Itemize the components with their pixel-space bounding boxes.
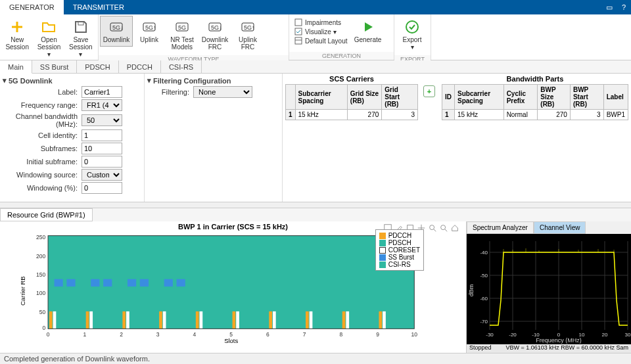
svg-text:-40: -40 xyxy=(480,250,488,256)
svg-text:30: 30 xyxy=(625,332,631,338)
svg-text:250: 250 xyxy=(36,234,45,240)
svg-text:-60: -60 xyxy=(480,296,488,302)
svg-text:20: 20 xyxy=(602,332,608,338)
svg-rect-39 xyxy=(159,311,162,329)
svg-rect-38 xyxy=(122,311,126,329)
svg-text:-20: -20 xyxy=(509,332,517,338)
filtering-select[interactable]: None xyxy=(193,86,252,98)
default-layout-button[interactable]: Default Layout xyxy=(294,37,348,45)
svg-text:Carrier RB: Carrier RB xyxy=(19,276,26,306)
svg-text:Slots: Slots xyxy=(224,337,238,344)
config-pane: ▾ 5G Downlink Label: Frequency range:FR1… xyxy=(0,74,631,202)
zoom-in-icon[interactable] xyxy=(428,223,437,233)
lower-tab-bar: Resource Grid (BWP#1) xyxy=(0,208,631,221)
svg-point-18 xyxy=(430,225,434,230)
tab-resource-grid[interactable]: Resource Grid (BWP#1) xyxy=(0,208,93,221)
top-tab-bar: GENERATOR TRANSMITTER ▭ ? xyxy=(0,0,631,14)
svg-rect-44 xyxy=(342,311,346,329)
bw-select[interactable]: 50 xyxy=(82,114,122,126)
wp-input[interactable] xyxy=(82,182,122,194)
svg-text:5G↑: 5G↑ xyxy=(145,24,156,31)
help-icon[interactable]: ? xyxy=(617,0,631,14)
svg-text:3: 3 xyxy=(156,331,160,338)
cell-label: Cell identity: xyxy=(3,131,82,139)
plot-legend: PDCCH PDSCH CORESET SS Burst CSI-RS xyxy=(375,229,424,271)
downlink-button[interactable]: 5G↓ Downlink xyxy=(100,16,133,47)
isf-label: Initial subframe: xyxy=(3,158,82,166)
svg-text:0: 0 xyxy=(43,325,46,331)
filtering-label: Filtering: xyxy=(147,88,193,96)
ribbon: NewSession OpenSession ▾ SaveSession ▾ F… xyxy=(0,14,631,60)
bwp-table[interactable]: IDSubcarrier SpacingCyclic PrefixBWP Siz… xyxy=(442,84,628,120)
label-input[interactable] xyxy=(82,86,122,98)
horizontal-scrollbar[interactable] xyxy=(0,202,631,208)
layout-icon[interactable]: ▭ xyxy=(602,0,617,14)
svg-rect-28 xyxy=(55,279,63,286)
filtering-section-header[interactable]: ▾ Filtering Configuration xyxy=(147,76,279,85)
tab-pdsch[interactable]: PDSCH xyxy=(77,60,119,73)
svg-rect-50 xyxy=(200,311,203,329)
ribbon-group-generation: GENERATION xyxy=(289,52,394,60)
downlink-frc-button[interactable]: 5G↓ DownlinkFRC xyxy=(199,16,231,54)
ws-select[interactable]: Custom xyxy=(82,169,122,181)
home-icon[interactable] xyxy=(450,223,459,233)
svg-rect-55 xyxy=(383,311,386,329)
freq-select[interactable]: FR1 (41… xyxy=(82,99,122,111)
svg-text:100: 100 xyxy=(36,290,45,296)
tab-spectrum-analyzer[interactable]: Spectrum Analyzer xyxy=(467,221,534,234)
svg-point-19 xyxy=(441,225,446,230)
save-session-button[interactable]: SaveSession ▾ xyxy=(65,16,97,61)
svg-rect-31 xyxy=(103,279,112,286)
downlink-section-header[interactable]: ▾ 5G Downlink xyxy=(3,76,141,85)
cell-input[interactable] xyxy=(82,129,122,141)
spectrum-panel: Spectrum Analyzer Channel View dBm -40-5… xyxy=(467,221,631,353)
tab-generator[interactable]: GENERATOR xyxy=(0,0,64,14)
resource-grid-plot[interactable]: BWP 1 in Carrier (SCS = 15 kHz) Carrier … xyxy=(0,221,467,353)
svg-rect-53 xyxy=(310,311,313,329)
svg-text:150: 150 xyxy=(36,271,45,278)
svg-rect-37 xyxy=(86,311,89,329)
uplink-frc-button[interactable]: 5G↑ Uplink FRC xyxy=(231,16,264,54)
sf-label: Subframes: xyxy=(3,145,82,152)
tab-pdcch[interactable]: PDCCH xyxy=(119,60,161,73)
zoom-out-icon[interactable] xyxy=(439,223,448,233)
ws-label: Windowing source: xyxy=(3,171,82,179)
svg-rect-41 xyxy=(233,311,236,329)
nr-test-models-button[interactable]: 5G NR TestModels xyxy=(166,16,199,54)
visualize-dropdown[interactable]: Visualize ▾ xyxy=(294,28,348,35)
svg-rect-12 xyxy=(295,28,302,35)
uplink-button[interactable]: 5G↑ Uplink xyxy=(133,16,166,47)
scs-table[interactable]: Subcarrier SpacingGrid Size (RB)Grid Sta… xyxy=(285,84,418,120)
spectrum-plot[interactable]: dBm -40-50-60-70 -30-20-100102030 Fr xyxy=(467,234,631,344)
svg-text:50: 50 xyxy=(39,309,46,315)
svg-rect-35 xyxy=(177,279,185,286)
sf-input[interactable] xyxy=(82,143,122,154)
tab-csirs[interactable]: CSI-RS xyxy=(161,60,202,73)
status-bar: Completed generation of Downlink wavefor… xyxy=(0,353,631,364)
svg-point-15 xyxy=(406,21,418,33)
svg-text:200: 200 xyxy=(36,253,45,260)
svg-text:-30: -30 xyxy=(486,332,494,338)
generate-button[interactable]: Generate xyxy=(352,16,385,51)
svg-rect-29 xyxy=(66,279,75,286)
export-button[interactable]: Export▾ xyxy=(396,16,429,54)
svg-text:2: 2 xyxy=(120,331,123,338)
svg-rect-47 xyxy=(89,311,93,329)
tab-channel-view[interactable]: Channel View xyxy=(534,221,586,234)
svg-text:5G: 5G xyxy=(178,24,186,31)
freq-label: Frequency range: xyxy=(3,101,82,109)
svg-text:-50: -50 xyxy=(480,273,488,279)
svg-rect-42 xyxy=(269,311,272,329)
svg-text:9: 9 xyxy=(376,331,379,338)
open-session-button[interactable]: OpenSession ▾ xyxy=(33,16,64,61)
table-row: 115 kHz2703 xyxy=(286,110,418,120)
impairments-toggle[interactable]: Impairments xyxy=(294,18,348,26)
isf-input[interactable] xyxy=(82,156,122,168)
tab-main[interactable]: Main xyxy=(0,60,32,74)
new-session-button[interactable]: NewSession xyxy=(1,16,33,54)
table-row: 115 kHzNormal2703BWP1 xyxy=(442,110,628,120)
add-scs-button[interactable]: + xyxy=(423,85,435,97)
tab-ssburst[interactable]: SS Burst xyxy=(32,60,77,73)
tab-transmitter[interactable]: TRANSMITTER xyxy=(64,0,133,14)
wp-label: Windowing (%): xyxy=(3,184,82,192)
